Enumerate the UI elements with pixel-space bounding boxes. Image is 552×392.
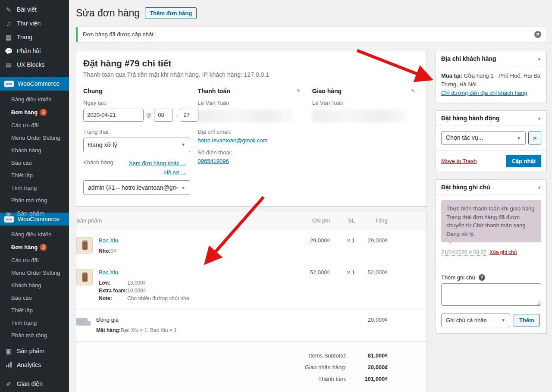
submenu-item-extensions[interactable]: Phần mở rộng — [0, 329, 69, 342]
order-items-panel: Sản phẩm Chi phí SL Tổng Bạc Xỉu — [76, 211, 427, 392]
submenu-item-menu-order[interactable]: Menu Order Setting — [0, 267, 69, 279]
submenu-item-reports[interactable]: Báo cáo — [0, 292, 69, 304]
submenu-item-settings[interactable]: Thiết lập — [0, 169, 69, 182]
meta-label: Nhỏ: — [99, 247, 110, 255]
submenu-item-deals[interactable]: Các ưu đãi — [0, 254, 69, 267]
edit-billing-icon[interactable]: ✎ — [296, 88, 301, 94]
sidebar-item-analytics[interactable]: Analytics — [0, 358, 69, 372]
submenu-item-extensions[interactable]: Phần mở rộng — [0, 194, 69, 207]
collapse-panel-icon[interactable]: ▲ — [537, 185, 541, 189]
at-separator: @ — [146, 112, 151, 118]
meta-value: 10,000₫ — [127, 287, 189, 295]
column-header-product: Sản phẩm — [76, 211, 295, 230]
delete-note-link[interactable]: Xóa ghi chú — [489, 249, 517, 255]
edit-shipping-icon[interactable]: ✎ — [411, 88, 415, 94]
sidebar-item-ux-blocks[interactable]: ▦ UX Blocks — [0, 58, 69, 72]
order-action-select[interactable]: Chọn tác vụ... ▼ — [441, 131, 526, 145]
submenu-item-deals[interactable]: Các ưu đãi — [0, 119, 69, 132]
add-note-button[interactable]: Thêm — [514, 314, 540, 326]
woocommerce-icon: woo — [4, 81, 14, 87]
woocommerce-admin-app: ✎ Bài viết ♫ Thư viện ▤ Trang 💬 Phản hồi… — [0, 0, 552, 392]
order-minute-input[interactable] — [180, 109, 199, 122]
submenu-item-status[interactable]: Tình trạng — [0, 182, 69, 194]
truck-icon — [76, 318, 88, 326]
order-general-column: Chung Ngày tạo: @ : Trạng thái: — [83, 88, 198, 195]
sidebar-item-pages[interactable]: ▤ Trang — [0, 30, 69, 44]
order-totals: Items Subtotal: 81,000₫ Giao nhận hàng: … — [76, 342, 427, 392]
submenu-item-customers[interactable]: Khách hàng — [0, 144, 69, 157]
apply-action-button[interactable]: > — [528, 132, 541, 144]
item-total: 29,000₫ — [355, 230, 388, 251]
meta-label: Note: — [99, 295, 127, 302]
sidebar-item-label: Trang — [17, 34, 32, 41]
box-icon: ▣ — [4, 210, 13, 217]
collapse-panel-icon[interactable]: ▲ — [537, 116, 541, 120]
customer-profile-link[interactable]: Hồ sơ → — [164, 169, 186, 176]
totals-value: 20,000₫ — [346, 364, 388, 370]
totals-label: Thành tiền: — [318, 376, 346, 382]
submenu-item-dashboard[interactable]: Bảng điều khiển — [0, 93, 69, 106]
sidebar-item-comments[interactable]: 💬 Phản hồi — [0, 44, 69, 58]
woocommerce-submenu-duplicate: Bảng điều khiển Đơn hàng3 Các ưu đãi Men… — [0, 226, 69, 342]
status-label: Trạng thái: — [83, 129, 186, 135]
product-link[interactable]: Bạc Xỉu — [99, 269, 118, 276]
order-status-select[interactable]: Đang xử lý ▼ — [83, 138, 190, 152]
customer-select[interactable]: admin (#1 – hotro.levantoan@gmail... × ▼ — [83, 180, 190, 195]
meta-label: Mặt hàng: — [96, 326, 121, 334]
billing-email-link[interactable]: hotro.levantoan@gmail.com — [198, 137, 267, 144]
box-icon: ▣ — [4, 348, 13, 354]
submenu-item-orders[interactable]: Đơn hàng3 — [0, 241, 69, 254]
system-note: Thực hiện thanh toán khi giao hàng Trạng… — [441, 200, 541, 242]
move-to-trash-link[interactable]: Move to Trash — [441, 158, 477, 164]
help-icon[interactable]: ? — [479, 274, 485, 281]
chevron-down-icon: ▼ — [181, 142, 185, 147]
shipping-name: Lê Văn Toản — [312, 100, 415, 106]
note-timestamp[interactable]: 21/04/2020 ở 08:27 — [441, 249, 486, 256]
panel-title: Đặt hàng hành động — [441, 115, 499, 122]
product-link[interactable]: Bạc Xỉu — [99, 237, 118, 244]
sidebar-item-label: Giao diện — [17, 380, 43, 387]
submenu-item-menu-order[interactable]: Menu Order Setting — [0, 132, 69, 144]
submenu-item-settings[interactable]: Thiết lập — [0, 304, 69, 317]
panel-title: Địa chỉ khách hàng — [441, 55, 496, 62]
remove-customer-icon[interactable]: × — [176, 185, 179, 191]
note-type-select[interactable]: Ghi chú cá nhân ▼ — [441, 314, 510, 327]
totals-value: 101,000₫ — [346, 376, 388, 382]
brush-icon: ✐ — [4, 381, 13, 387]
sidebar-item-products-overlap[interactable]: ▣ Sản phẩm — [0, 208, 69, 219]
sidebar-item-label: Sản phẩm — [17, 210, 44, 217]
sidebar-item-label: Thư viện — [17, 20, 41, 27]
sidebar-item-woocommerce[interactable]: woo WooCommerce — [0, 77, 69, 91]
billing-phone-link[interactable]: 0965419096 — [198, 158, 229, 164]
pages-icon: ▤ — [4, 34, 13, 41]
submenu-item-orders[interactable]: Đơn hàng3 — [0, 106, 69, 119]
table-row: Bạc Xỉu Nhỏ: 0₫ 29,000₫ × 1 29,000₫ — [76, 230, 427, 262]
view-other-orders-link[interactable]: Xem đơn hàng khác → — [129, 160, 187, 166]
meta-value: 13,000₫ — [127, 279, 189, 287]
sidebar-item-products[interactable]: ▣ Sản phẩm — [0, 344, 69, 358]
item-qty: × 1 — [330, 230, 355, 251]
collapse-panel-icon[interactable]: ▲ — [537, 56, 541, 61]
submenu-item-dashboard[interactable]: Bảng điều khiển — [0, 228, 69, 241]
item-qty: × 1 — [330, 262, 355, 282]
directions-link[interactable]: Chỉ đường đến địa chỉ khách hàng — [441, 90, 527, 96]
customer-address-panel: Địa chỉ khách hàng ▲ Mua tại: Cửa hàng 1… — [436, 51, 547, 103]
dismiss-notice-icon[interactable]: ✕ — [534, 31, 541, 38]
note-textarea[interactable] — [441, 283, 541, 306]
sidebar-item-label: Analytics — [17, 361, 41, 368]
submenu-item-status[interactable]: Tình trạng — [0, 317, 69, 329]
meta-value: Cho nhiều đường chút nha — [127, 295, 189, 302]
sidebar-item-media[interactable]: ♫ Thư viện — [0, 16, 69, 30]
column-header-cost: Chi phí — [295, 211, 330, 230]
billing-name: Lê Văn Toản — [198, 100, 301, 106]
submenu-item-customers[interactable]: Khách hàng — [0, 279, 69, 292]
date-created-label: Ngày tạo: — [83, 100, 186, 106]
order-hour-input[interactable] — [154, 109, 173, 122]
add-order-button[interactable]: Thêm đơn hàng — [145, 7, 197, 19]
submenu-item-reports[interactable]: Báo cáo — [0, 157, 69, 169]
product-thumbnail — [76, 237, 93, 254]
sidebar-item-posts[interactable]: ✎ Bài viết — [0, 3, 69, 16]
update-order-button[interactable]: Cập nhật — [506, 155, 541, 167]
sidebar-item-appearance[interactable]: ✐ Giao diện — [0, 377, 69, 391]
order-date-input[interactable] — [83, 109, 144, 122]
